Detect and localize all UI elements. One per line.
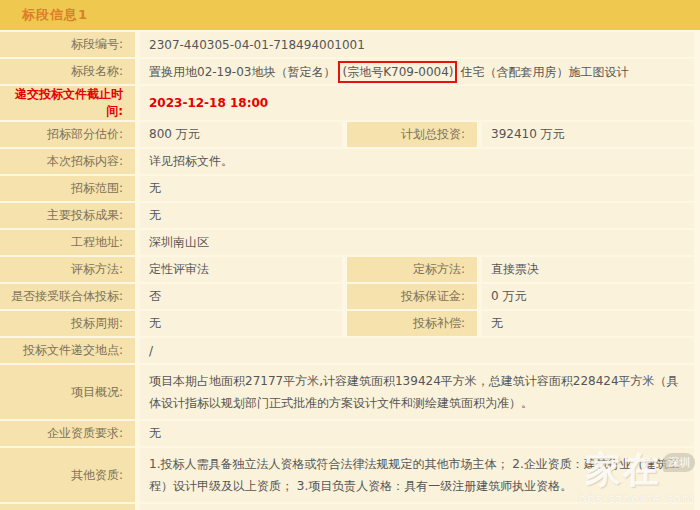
row-value: 否 (140, 284, 342, 309)
row-value-text: 项目本期占地面积27177平方米,计容建筑面积139424平方米，总建筑计容面积… (149, 365, 688, 419)
table-row: 标段编号:2307-440305-04-01-718494001001 (0, 32, 694, 57)
row-value-text: 定性评审法 (149, 261, 209, 278)
row-label: 评标方法: (0, 257, 135, 282)
tender-section-info-page: 标段信息1 标段编号:2307-440305-04-01-71849400100… (0, 0, 700, 510)
row-label-2: 投标补偿: (347, 311, 477, 336)
row-value-text: 2307-440305-04-01-718494001001 (149, 38, 365, 52)
row-label: 主要投标成果: (0, 203, 135, 228)
value-text-pre: 置换用地02-19-03地块（暂定名） (149, 65, 335, 79)
table-row: 标段名称:置换用地02-19-03地块（暂定名）(宗地号K709-0004)住宅… (0, 59, 694, 84)
row-value-text: 深圳南山区 (149, 234, 209, 251)
table-row: 投标文件递交地点:/ (0, 338, 694, 363)
row-value-2: 直接票决 (482, 257, 694, 282)
row-label-2: 定标方法: (347, 257, 477, 282)
row-label: 标段名称: (0, 59, 135, 84)
value-text-post: 住宅（含配套用房）施工图设计 (460, 65, 628, 79)
row-value: 无 (140, 311, 342, 336)
row-value-2: 0 万元 (482, 284, 694, 309)
table-row: 是否接受联合体投标:否投标保证金:0 万元 (0, 284, 694, 309)
row-label: 标段编号: (0, 32, 135, 57)
row-value-text: 否 (149, 288, 161, 305)
table-row: 投标周期:无投标补偿:无 (0, 311, 694, 336)
row-label: 投标周期: (0, 311, 135, 336)
table-row: 主要投标成果:无 (0, 203, 694, 228)
row-label: 递交投标文件截止时间: (0, 86, 135, 120)
row-label: 投标文件递交地点: (0, 338, 135, 363)
row-value: 无 (140, 203, 694, 228)
row-value-text: 无 (149, 315, 161, 332)
row-value-text: / (149, 344, 153, 358)
row-value: 项目本期占地面积27177平方米,计容建筑面积139424平方米，总建筑计容面积… (140, 365, 694, 419)
row-value-2: 无 (482, 311, 694, 336)
row-value-2-text: 无 (491, 315, 503, 332)
row-label: 项目负责人资格: (0, 504, 135, 510)
row-value-2-text: 0 万元 (491, 288, 526, 305)
row-value: 具有一级注册建筑师执业资格。 (140, 504, 694, 510)
row-label: 工程地址: (0, 230, 135, 255)
row-value: 2307-440305-04-01-718494001001 (140, 32, 694, 57)
table-row: 评标方法:定性评审法定标方法:直接票决 (0, 257, 694, 282)
row-value-text: 1.投标人需具备独立法人资格或符合法律法规规定的其他市场主体； 2.企业资质：建… (149, 448, 688, 502)
table-row: 企业资质要求:无 (0, 421, 694, 446)
row-value-2-text: 392410 万元 (491, 126, 565, 143)
row-value: / (140, 338, 694, 363)
row-label: 是否接受联合体投标: (0, 284, 135, 309)
row-value: 800 万元 (140, 122, 342, 147)
row-value-2: 392410 万元 (482, 122, 694, 147)
value-highlight-box: (宗地号K709-0004) (338, 61, 457, 83)
row-value-2-text: 直接票决 (491, 261, 539, 278)
row-value: 深圳南山区 (140, 230, 694, 255)
row-value-text: 800 万元 (149, 126, 200, 143)
table-row: 其他资质:1.投标人需具备独立法人资格或符合法律法规规定的其他市场主体； 2.企… (0, 448, 694, 502)
row-label: 本次招标内容: (0, 149, 135, 174)
section-title: 标段信息1 (22, 7, 88, 22)
row-value-text: 无 (149, 207, 161, 224)
table-row: 工程地址:深圳南山区 (0, 230, 694, 255)
row-value-text: 无 (149, 180, 161, 197)
row-label: 企业资质要求: (0, 421, 135, 446)
row-label-2: 投标保证金: (347, 284, 477, 309)
row-value: 详见招标文件。 (140, 149, 694, 174)
table-row: 招标范围:无 (0, 176, 694, 201)
row-label: 招标范围: (0, 176, 135, 201)
table-row: 递交投标文件截止时间:2023-12-18 18:00 (0, 86, 694, 120)
row-label: 招标部分估价: (0, 122, 135, 147)
row-value-text: 无 (149, 425, 161, 442)
section-header: 标段信息1 (0, 0, 700, 30)
info-table: 标段编号:2307-440305-04-01-718494001001标段名称:… (0, 32, 700, 510)
row-label: 项目概况: (0, 365, 135, 419)
row-value: 无 (140, 176, 694, 201)
row-label-2: 计划总投资: (347, 122, 477, 147)
table-row: 项目概况:项目本期占地面积27177平方米,计容建筑面积139424平方米，总建… (0, 365, 694, 419)
table-row: 项目负责人资格:具有一级注册建筑师执业资格。 (0, 504, 694, 510)
row-label: 其他资质: (0, 448, 135, 502)
row-value-text: 置换用地02-19-03地块（暂定名）(宗地号K709-0004)住宅（含配套用… (149, 61, 628, 83)
row-value: 置换用地02-19-03地块（暂定名）(宗地号K709-0004)住宅（含配套用… (140, 59, 694, 84)
row-value: 无 (140, 421, 694, 446)
row-value-text: 2023-12-18 18:00 (149, 96, 268, 110)
row-value-text: 详见招标文件。 (149, 153, 233, 170)
row-value: 定性评审法 (140, 257, 342, 282)
table-row: 招标部分估价:800 万元计划总投资:392410 万元 (0, 122, 694, 147)
row-value: 1.投标人需具备独立法人资格或符合法律法规规定的其他市场主体； 2.企业资质：建… (140, 448, 694, 502)
row-value: 2023-12-18 18:00 (140, 86, 694, 120)
table-row: 本次招标内容:详见招标文件。 (0, 149, 694, 174)
